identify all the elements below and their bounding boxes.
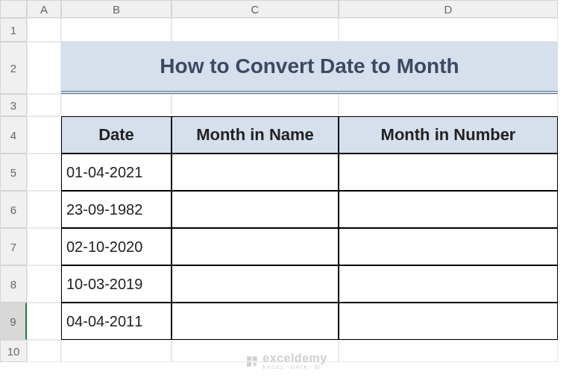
cell-b1[interactable]	[61, 18, 172, 42]
cell-c10[interactable]	[172, 340, 339, 362]
cell-b3[interactable]	[61, 94, 172, 116]
select-all-corner[interactable]	[0, 0, 27, 18]
cell-a10[interactable]	[27, 340, 61, 362]
cell-d10[interactable]	[339, 340, 558, 362]
cell-a3[interactable]	[27, 94, 61, 116]
watermark-tagline: EXCEL · DATA · BI	[263, 364, 327, 370]
cell-c6-month-name[interactable]	[172, 191, 339, 228]
table-header-month-name[interactable]: Month in Name	[172, 116, 339, 154]
page-title[interactable]: How to Convert Date to Month	[61, 42, 558, 94]
cell-c7-month-name[interactable]	[172, 228, 339, 265]
cell-a8[interactable]	[27, 265, 61, 303]
row-header-1[interactable]: 1	[0, 18, 27, 42]
cell-a1[interactable]	[27, 18, 61, 42]
cell-a7[interactable]	[27, 228, 61, 265]
row-header-10[interactable]: 10	[0, 340, 27, 362]
row-header-9[interactable]: 9	[0, 303, 27, 340]
cell-b7-date[interactable]: 02-10-2020	[61, 228, 172, 265]
col-header-a[interactable]: A	[27, 0, 61, 18]
cell-d1[interactable]	[339, 18, 558, 42]
cell-a5[interactable]	[27, 154, 61, 191]
row-header-8[interactable]: 8	[0, 265, 27, 303]
cell-a6[interactable]	[27, 191, 61, 228]
cell-c5-month-name[interactable]	[172, 154, 339, 191]
cell-b10[interactable]	[61, 340, 172, 362]
cell-b8-date[interactable]: 10-03-2019	[61, 265, 172, 303]
cell-a9[interactable]	[27, 303, 61, 340]
cell-a4[interactable]	[27, 116, 61, 154]
cell-d8-month-number[interactable]	[339, 265, 558, 303]
cell-d3[interactable]	[339, 94, 558, 116]
row-header-7[interactable]: 7	[0, 228, 27, 265]
cell-c1[interactable]	[172, 18, 339, 42]
cell-b9-date[interactable]: 04-04-2011	[61, 303, 172, 340]
table-header-month-number[interactable]: Month in Number	[339, 116, 558, 154]
col-header-c[interactable]: C	[172, 0, 339, 18]
cell-d9-month-number[interactable]	[339, 303, 558, 340]
cell-d7-month-number[interactable]	[339, 228, 558, 265]
spreadsheet-grid: A B C D 1 2 How to Convert Date to Month…	[0, 0, 572, 362]
row-header-2[interactable]: 2	[0, 42, 27, 94]
cell-b6-date[interactable]: 23-09-1982	[61, 191, 172, 228]
col-header-d[interactable]: D	[339, 0, 558, 18]
row-header-4[interactable]: 4	[0, 116, 27, 154]
cell-b5-date[interactable]: 01-04-2021	[61, 154, 172, 191]
cell-a2[interactable]	[27, 42, 61, 94]
cell-d5-month-number[interactable]	[339, 154, 558, 191]
row-header-3[interactable]: 3	[0, 94, 27, 116]
cell-c9-month-name[interactable]	[172, 303, 339, 340]
col-header-b[interactable]: B	[61, 0, 172, 18]
row-header-5[interactable]: 5	[0, 154, 27, 191]
row-header-6[interactable]: 6	[0, 191, 27, 228]
cell-d6-month-number[interactable]	[339, 191, 558, 228]
cell-c3[interactable]	[172, 94, 339, 116]
table-header-date[interactable]: Date	[61, 116, 172, 154]
cell-c8-month-name[interactable]	[172, 265, 339, 303]
